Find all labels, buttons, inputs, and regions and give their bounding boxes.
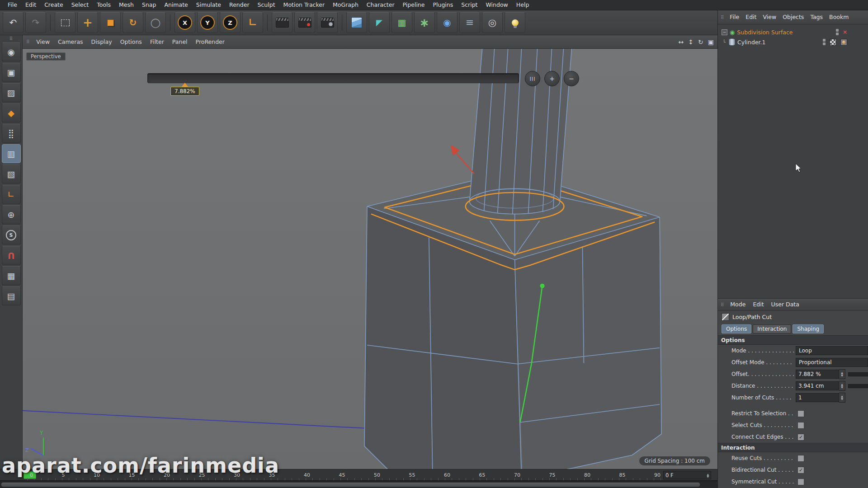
subtab-options[interactable]: Options: [722, 324, 751, 333]
deformer-button[interactable]: ◉: [437, 12, 458, 33]
model-mode-button[interactable]: ▣: [2, 63, 21, 82]
tab-edit[interactable]: Edit: [749, 300, 767, 310]
toggle-view-icon[interactable]: ▣: [708, 38, 714, 46]
viewport-filter-button[interactable]: ⊕: [2, 205, 21, 224]
object-row-cylinder[interactable]: └ Cylinder.1: [718, 37, 868, 47]
attribute-manager-grip-icon[interactable]: ⠿: [721, 302, 724, 307]
subtab-interaction[interactable]: Interaction: [753, 324, 791, 333]
current-frame-field[interactable]: 0 F ▲ ▼: [663, 471, 711, 479]
x-axis-lock-button[interactable]: X: [175, 12, 195, 33]
mograph-cloner-button[interactable]: ∗: [414, 12, 435, 33]
enable-toggles[interactable]: [836, 29, 839, 35]
om-menu-tags[interactable]: Tags: [807, 12, 826, 22]
rotate-view-icon[interactable]: ↻: [698, 38, 703, 46]
subtab-shaping[interactable]: Shaping: [793, 324, 824, 333]
texture-mode-button[interactable]: ▨: [2, 83, 21, 102]
restrict-to-selection-checkbox[interactable]: [797, 410, 804, 417]
dolly-view-icon[interactable]: ↕: [688, 38, 693, 46]
lock-workplane-button[interactable]: ▦: [2, 266, 21, 285]
section-header-options[interactable]: Options: [718, 335, 868, 345]
enable-toggles[interactable]: [823, 39, 826, 45]
viewport-menu-filter[interactable]: Filter: [146, 38, 168, 45]
mode-dropdown[interactable]: Loop: [796, 346, 868, 355]
uvw-tag-icon[interactable]: [830, 39, 836, 46]
z-axis-lock-button[interactable]: Z: [220, 12, 241, 33]
reuse-cuts-checkbox[interactable]: [797, 455, 804, 462]
step-down-icon[interactable]: ▼: [841, 398, 843, 400]
number-of-cuts-input[interactable]: 1: [796, 393, 839, 402]
menu-item-plugins[interactable]: Plugins: [429, 0, 457, 10]
camera-view-label[interactable]: Perspective: [26, 52, 66, 61]
object-name[interactable]: Subdivision Surface: [737, 29, 793, 36]
add-primitive-button[interactable]: [346, 12, 367, 33]
snap-button[interactable]: S: [2, 225, 21, 244]
frame-step-down-icon[interactable]: ▼: [707, 475, 709, 478]
camera-button[interactable]: ◎: [482, 12, 503, 33]
offset-slider[interactable]: [848, 372, 868, 376]
distance-stepper[interactable]: ▲ ▼: [839, 381, 845, 391]
menu-item-character[interactable]: Character: [363, 0, 399, 10]
timeline-scrollbar-handle[interactable]: [1, 482, 700, 487]
om-menu-edit[interactable]: Edit: [742, 12, 760, 22]
tab-mode[interactable]: Mode: [726, 300, 749, 310]
edges-mode-button[interactable]: ▥: [2, 144, 21, 163]
object-row-subdivision-surface[interactable]: − ◉ Subdivision Surface ×: [718, 27, 868, 37]
menu-item-mesh[interactable]: Mesh: [115, 0, 138, 10]
points-mode-button[interactable]: ⣿: [2, 124, 21, 143]
rotate-tool-button[interactable]: ↻: [123, 12, 143, 33]
menu-item-help[interactable]: Help: [512, 0, 533, 10]
undo-button[interactable]: ↶: [3, 12, 24, 33]
om-menu-view[interactable]: View: [760, 12, 779, 22]
hud-drag-button[interactable]: |||: [525, 71, 540, 86]
pan-view-icon[interactable]: ↔: [679, 38, 684, 46]
menu-item-script[interactable]: Script: [457, 0, 481, 10]
coordinate-system-button[interactable]: ∟: [242, 12, 263, 33]
scale-tool-button[interactable]: [100, 12, 121, 33]
polygons-mode-button[interactable]: ▧: [2, 164, 21, 183]
menu-item-tools[interactable]: Tools: [93, 0, 115, 10]
offset-hud-slider[interactable]: [147, 73, 519, 83]
menu-item-sculpt[interactable]: Sculpt: [254, 0, 279, 10]
sidebar-grip-icon[interactable]: ⠿: [9, 36, 13, 41]
render-view-button[interactable]: [272, 12, 292, 33]
viewport-canvas[interactable]: Y Z Perspective 7.882% ||| + − Grid Spac…: [23, 49, 717, 469]
last-tool-button[interactable]: ◯: [145, 12, 166, 33]
phong-tag-icon[interactable]: [840, 39, 847, 46]
menu-item-animate[interactable]: Animate: [160, 0, 192, 10]
menu-item-file[interactable]: File: [4, 0, 21, 10]
frame-stepper[interactable]: ▲ ▼: [707, 473, 709, 478]
menu-item-edit[interactable]: Edit: [21, 0, 40, 10]
number-of-cuts-stepper[interactable]: ▲ ▼: [839, 393, 845, 403]
make-editable-button[interactable]: ◉: [2, 42, 21, 61]
viewport-menu-view[interactable]: View: [32, 38, 54, 45]
enable-axis-button[interactable]: ∟: [2, 185, 21, 204]
menu-item-render[interactable]: Render: [225, 0, 254, 10]
viewport-menu-panel[interactable]: Panel: [168, 38, 192, 45]
select-cuts-checkbox[interactable]: [797, 422, 804, 429]
menu-item-snap[interactable]: Snap: [138, 0, 160, 10]
object-list[interactable]: − ◉ Subdivision Surface × └ Cylinder.1: [718, 24, 868, 298]
render-picture-viewer-button[interactable]: [294, 12, 315, 33]
viewport-grip-icon[interactable]: ⠿: [26, 39, 29, 44]
light-button[interactable]: [505, 12, 525, 33]
planar-workplane-button[interactable]: ▤: [2, 286, 21, 305]
section-header-interaction[interactable]: Interaction: [718, 443, 868, 452]
distance-slider[interactable]: [848, 384, 868, 388]
menu-item-motion-tracker[interactable]: Motion Tracker: [279, 0, 329, 10]
menu-item-mograph[interactable]: MoGraph: [329, 0, 363, 10]
disabled-state-icon[interactable]: ×: [843, 29, 847, 35]
hud-increase-button[interactable]: +: [544, 71, 560, 86]
magnet-button[interactable]: U: [2, 246, 21, 265]
distance-input[interactable]: 3.941 cm: [796, 381, 839, 390]
menu-item-simulate[interactable]: Simulate: [192, 0, 225, 10]
y-axis-lock-button[interactable]: Y: [197, 12, 218, 33]
bidirectional-cut-checkbox[interactable]: ✓: [797, 467, 804, 474]
spline-pen-button[interactable]: ◤: [369, 12, 390, 33]
menu-item-window[interactable]: Window: [482, 0, 512, 10]
workplane-mode-button[interactable]: ◆: [2, 103, 21, 122]
menu-item-create[interactable]: Create: [40, 0, 67, 10]
slider-marker-icon[interactable]: [182, 83, 188, 87]
step-down-icon[interactable]: ▼: [841, 386, 843, 389]
offset-stepper[interactable]: ▲ ▼: [839, 369, 845, 379]
om-menu-objects[interactable]: Objects: [779, 12, 807, 22]
